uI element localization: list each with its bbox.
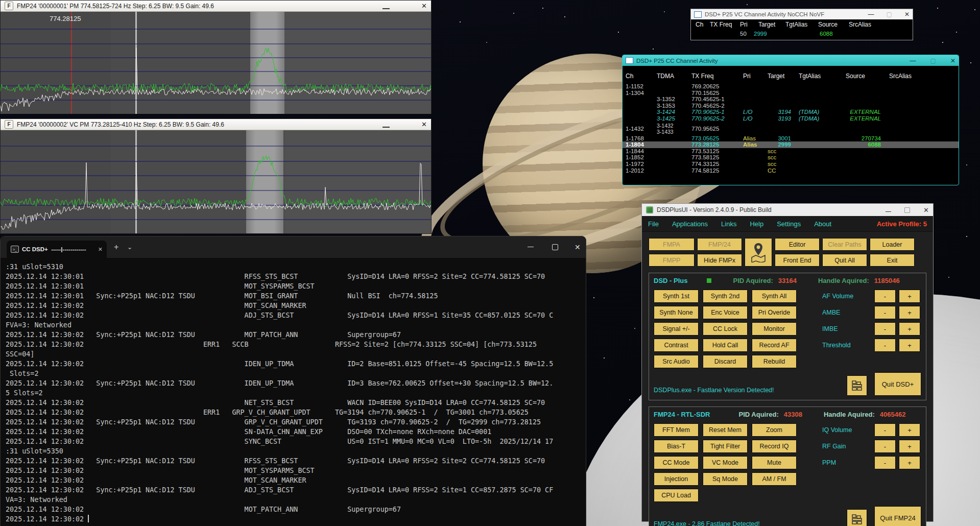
- menu-applications[interactable]: Applications: [672, 220, 708, 228]
- vc-mode-button[interactable]: VC Mode: [703, 456, 748, 469]
- dsdplusui-titlebar[interactable]: DSDPlusUI - Version 2.4.0.9 - Public Bui…: [642, 204, 933, 216]
- monitor-button[interactable]: Monitor: [752, 322, 797, 336]
- cc-lock-button[interactable]: CC Lock: [703, 322, 748, 336]
- pri-overide-button[interactable]: Pri Overide: [752, 306, 797, 319]
- close-button[interactable]: ✕: [923, 206, 929, 214]
- synth-1st-button[interactable]: Synth 1st: [654, 290, 699, 303]
- injection-button[interactable]: Injection: [654, 472, 699, 486]
- ppm-increase-button[interactable]: +: [899, 456, 920, 469]
- maximize-button[interactable]: ▢: [930, 57, 936, 64]
- imbe-increase-button[interactable]: +: [899, 322, 920, 336]
- synth-none-button[interactable]: Synth None: [654, 306, 699, 319]
- quit-all-button[interactable]: Quit All: [822, 254, 867, 267]
- minimize-button[interactable]: [886, 208, 891, 212]
- af-volume-increase-button[interactable]: +: [899, 290, 920, 303]
- maximize-button[interactable]: [904, 207, 910, 213]
- src-audio-button[interactable]: Src Audio: [654, 355, 699, 368]
- quit-fmp24-button[interactable]: Quit FMP24: [874, 506, 921, 526]
- close-button[interactable]: ✕: [421, 2, 427, 10]
- zoom-button[interactable]: Zoom: [752, 423, 797, 437]
- terminal-line: 2025.12.14 12:30:02 MOT_SYSPARMS_BCST: [6, 466, 586, 475]
- synth-2nd-button[interactable]: Synth 2nd: [703, 290, 748, 303]
- threshold-increase-button[interactable]: +: [899, 339, 920, 352]
- minimize-button[interactable]: —: [910, 57, 916, 64]
- cc-mode-button[interactable]: CC Mode: [654, 456, 699, 469]
- iq-volume-increase-button[interactable]: +: [899, 423, 920, 437]
- minimize-button[interactable]: —: [868, 11, 874, 18]
- cc-row: 3-1424770.90625-1L/O3194(TDMA)EXTERNAL: [623, 109, 959, 115]
- fmp24-vc-titlebar[interactable]: F FMP24 '00000002' VC PM 773.28125-410 H…: [1, 119, 431, 130]
- menu-about[interactable]: About: [814, 220, 831, 228]
- dsd-windows-arrange-button[interactable]: [847, 375, 867, 396]
- minimize-button[interactable]: [383, 3, 390, 9]
- fmp-windows-arrange-button[interactable]: [847, 509, 867, 526]
- enc-voice-button[interactable]: Enc Voice: [703, 306, 748, 319]
- p25-cc-activity-window: DSD+ P25 CC Channel Activity — ▢ ✕ ChTDM…: [622, 55, 959, 185]
- terminal-output[interactable]: :31 uSlot=53102025.12.14 12:30:01 RFSS_S…: [1, 258, 586, 524]
- rf-gain-decrease-button[interactable]: -: [874, 440, 896, 453]
- synth-all-button[interactable]: Synth All: [752, 290, 797, 303]
- cc-activity-title: DSD+ P25 CC Channel Activity: [636, 58, 910, 64]
- threshold-decrease-button[interactable]: -: [874, 339, 896, 352]
- maximize-button[interactable]: [552, 244, 558, 250]
- exit-button[interactable]: Exit: [870, 254, 915, 267]
- record-iq-button[interactable]: Record IQ: [752, 440, 797, 453]
- menu-settings[interactable]: Settings: [777, 220, 801, 228]
- fmp24-cc-titlebar[interactable]: F FMP24 '00000001' PM 774.58125-724 Hz S…: [1, 1, 431, 12]
- terminal-tab-cc-dsd[interactable]: >_ CC DSD+ -----|------------ ✕: [7, 241, 107, 258]
- terminal-line: 2025.12.14 12:30:02 Sync:+P25p1 NAC:D12 …: [6, 485, 586, 495]
- terminal-line: Slots=2: [6, 369, 586, 378]
- iq-volume-decrease-button[interactable]: -: [874, 423, 896, 437]
- fmp24-vc-spectrum[interactable]: [1, 130, 431, 233]
- clear-paths-button[interactable]: Clear Paths: [822, 238, 867, 251]
- new-tab-button[interactable]: +: [114, 243, 118, 252]
- front-end-button[interactable]: Front End: [775, 254, 820, 267]
- sq-mode-button[interactable]: Sq Mode: [703, 472, 748, 486]
- minimize-button[interactable]: [383, 122, 390, 128]
- ambe-increase-button[interactable]: +: [899, 306, 920, 319]
- menu-help[interactable]: Help: [750, 220, 763, 228]
- fmpp-button[interactable]: FMPP: [649, 254, 695, 267]
- vc-activity-titlebar[interactable]: DSD+ P25 VC Channel Activity NoCCH NoVF …: [691, 9, 913, 19]
- maximize-button[interactable]: ▢: [887, 11, 892, 18]
- imbe-decrease-button[interactable]: -: [874, 322, 896, 336]
- minimize-button[interactable]: [528, 243, 534, 247]
- ppm-decrease-button[interactable]: -: [874, 456, 896, 469]
- tight-filter-button[interactable]: Tight Filter: [703, 440, 748, 453]
- rebuild-button[interactable]: Rebuild: [752, 355, 797, 368]
- menu-links[interactable]: Links: [721, 220, 736, 228]
- menu-file[interactable]: File: [648, 220, 659, 228]
- quit-dsd-button[interactable]: Quit DSD+: [874, 372, 921, 396]
- loader-button[interactable]: Loader: [870, 238, 915, 251]
- close-button[interactable]: ✕: [904, 11, 910, 18]
- discard-button[interactable]: Discard: [703, 355, 748, 368]
- record-af-button[interactable]: Record AF: [752, 339, 797, 352]
- fmp-24-button[interactable]: FMP/24: [697, 238, 742, 251]
- close-button[interactable]: ✕: [575, 243, 581, 251]
- cpu-load-button[interactable]: CPU Load: [654, 489, 699, 502]
- fmp24-cc-spectrum[interactable]: 774.28125: [1, 12, 431, 114]
- reset-mem-button[interactable]: Reset Mem: [703, 423, 748, 437]
- hold-call-button[interactable]: Hold Call: [703, 339, 748, 352]
- fft-mem-button[interactable]: FFT Mem: [654, 423, 699, 437]
- editor-button[interactable]: Editor: [775, 238, 820, 251]
- contrast-button[interactable]: Contrast: [654, 339, 699, 352]
- fmpa-button[interactable]: FMPA: [649, 238, 695, 251]
- cc-activity-titlebar[interactable]: DSD+ P25 CC Channel Activity — ▢ ✕: [623, 55, 959, 66]
- signal-button[interactable]: Signal +/-: [654, 322, 699, 336]
- hide-fmpx-button[interactable]: Hide FMPx: [697, 254, 742, 267]
- map-button[interactable]: [745, 238, 772, 267]
- mute-button[interactable]: Mute: [752, 456, 797, 469]
- close-button[interactable]: ✕: [950, 57, 955, 64]
- rf-gain-increase-button[interactable]: +: [899, 440, 920, 453]
- ambe-decrease-button[interactable]: -: [874, 306, 896, 319]
- close-button[interactable]: ✕: [421, 121, 427, 128]
- bias-t-button[interactable]: Bias-T: [654, 440, 699, 453]
- tab-close-icon[interactable]: ✕: [98, 246, 103, 253]
- af-volume-decrease-button[interactable]: -: [874, 290, 896, 303]
- tab-dropdown-icon[interactable]: ⌄: [127, 244, 132, 251]
- am-fm-button[interactable]: AM / FM: [752, 472, 797, 486]
- terminal-cursor: [88, 515, 89, 522]
- terminal-titlebar[interactable]: >_ CC DSD+ -----|------------ ✕ + ⌄ ✕: [1, 236, 586, 258]
- dsd-pid-label: PID Aquired:: [733, 277, 773, 284]
